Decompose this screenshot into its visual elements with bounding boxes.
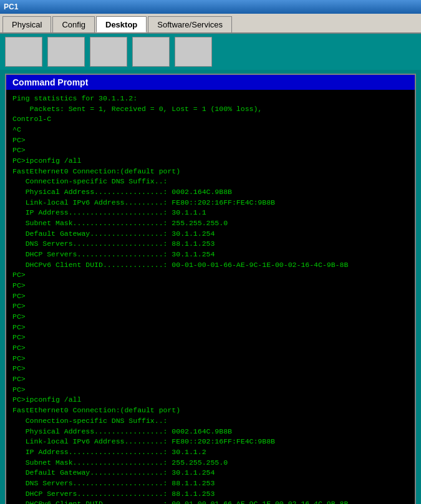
command-prompt-container: Command Prompt Ping statistics for 30.1.…: [5, 74, 416, 504]
device-icon-5[interactable]: [175, 37, 212, 67]
cmd-line: PC>: [12, 281, 409, 291]
cmd-line: IP Address......................: 30.1.1…: [12, 447, 409, 458]
device-icon-2[interactable]: [47, 37, 85, 67]
cmd-line: IP Address......................: 30.1.1…: [12, 208, 409, 218]
cmd-line: Physical Address................: 0002.1…: [12, 427, 409, 437]
tab-desktop[interactable]: Desktop: [96, 16, 147, 32]
device-icon-1[interactable]: [5, 37, 42, 67]
title-bar: PC1: [0, 0, 421, 14]
cmd-line: Link-local IPv6 Address.........: FE80::…: [12, 437, 409, 447]
cmd-line: PC>: [12, 354, 409, 364]
cmd-line: DNS Servers.....................: 88.1.1…: [12, 239, 409, 250]
cmd-line: ^C: [12, 125, 409, 135]
cmd-line: Default Gateway.................: 30.1.1…: [12, 468, 409, 478]
cmd-line: Subnet Mask.....................: 255.25…: [12, 218, 409, 229]
cmd-line: Subnet Mask.....................: 255.25…: [12, 458, 409, 468]
cmd-line: PC>ipconfig /all: [12, 156, 409, 167]
cmd-line: PC>: [12, 291, 409, 302]
cmd-line: Physical Address................: 0002.1…: [12, 187, 409, 198]
cmd-line: FastEthernet0 Connection:(default port): [12, 167, 409, 177]
device-icon-4[interactable]: [132, 37, 170, 67]
cmd-line: DNS Servers.....................: 88.1.1…: [12, 478, 409, 489]
cmd-line: Connection-specific DNS Suffix..:: [12, 177, 409, 187]
command-prompt-title: Command Prompt: [6, 75, 415, 90]
window-title: PC1: [4, 2, 18, 11]
tab-config[interactable]: Config: [52, 16, 95, 32]
cmd-line: DHCPv6 Client DUID..............: 00-01-…: [12, 499, 409, 504]
command-prompt-body[interactable]: Ping statistics for 30.1.1.2: Packets: S…: [6, 90, 415, 504]
cmd-line: Control-C: [12, 114, 409, 125]
cmd-line: PC>: [12, 385, 409, 395]
cmd-line: DHCP Servers....................: 30.1.1…: [12, 250, 409, 260]
tab-physical[interactable]: Physical: [2, 16, 51, 32]
cmd-line: PC>: [12, 301, 409, 312]
cmd-line: PC>: [12, 312, 409, 322]
cmd-line: DHCP Servers....................: 88.1.1…: [12, 489, 409, 500]
cmd-line: DHCPv6 Client DUID..............: 00-01-…: [12, 260, 409, 271]
icon-strip: [0, 34, 421, 70]
cmd-line: PC>: [12, 135, 409, 146]
cmd-line: Link-local IPv6 Address.........: FE80::…: [12, 198, 409, 208]
cmd-line: Ping statistics for 30.1.1.2:: [12, 94, 409, 104]
cmd-line: Default Gateway.................: 30.1.1…: [12, 229, 409, 240]
cmd-line: PC>: [12, 145, 409, 156]
tab-bar: Physical Config Desktop Software/Service…: [0, 14, 421, 34]
device-icon-3[interactable]: [90, 37, 127, 67]
cmd-line: PC>ipconfig /all: [12, 395, 409, 405]
cmd-line: PC>: [12, 332, 409, 343]
cmd-line: PC>: [12, 322, 409, 333]
cmd-line: PC>: [12, 270, 409, 281]
cmd-line: FastEthernet0 Connection:(default port): [12, 405, 409, 416]
cmd-line: Connection-specific DNS Suffix..:: [12, 416, 409, 427]
cmd-line: PC>: [12, 374, 409, 385]
cmd-line: Packets: Sent = 1, Received = 0, Lost = …: [12, 104, 409, 115]
cmd-line: PC>: [12, 343, 409, 354]
tab-software-services[interactable]: Software/Services: [148, 16, 232, 32]
cmd-line: PC>: [12, 364, 409, 374]
